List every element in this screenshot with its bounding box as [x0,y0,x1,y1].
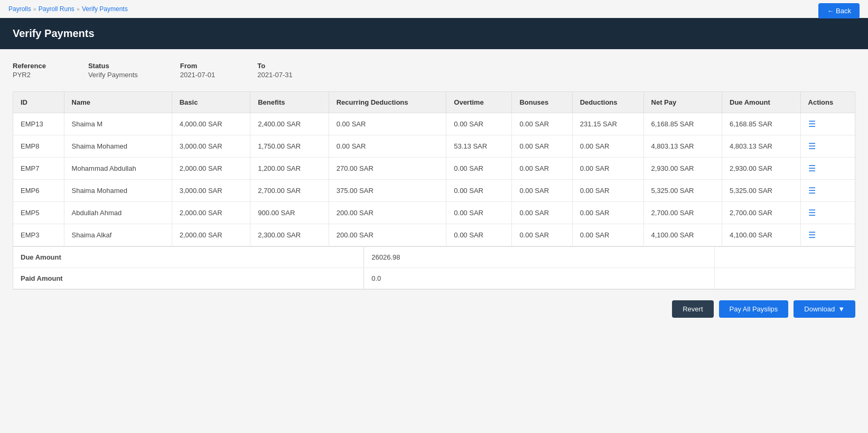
revert-button[interactable]: Revert [672,300,713,318]
page-header: Verify Payments [0,18,868,49]
table-row: EMP13Shaima M4,000.00 SAR2,400.00 SAR0.0… [13,113,855,135]
table-cell: Mohammad Abdullah [64,158,172,180]
col-deductions: Deductions [572,92,643,113]
breadcrumb: Payrolls » Payroll Runs » Verify Payment… [0,0,868,18]
table-cell: 0.00 SAR [572,135,643,158]
row-action-icon[interactable]: ☰ [808,164,816,173]
meta-reference: Reference PYR2 [13,62,46,79]
table-row: EMP5Abdullah Ahmad2,000.00 SAR900.00 SAR… [13,202,855,224]
col-id: ID [13,92,64,113]
row-action-cell: ☰ [800,224,855,246]
to-label: To [257,62,293,70]
table-cell: 375.00 SAR [329,180,446,202]
meta-to: To 2021-07-31 [257,62,293,79]
reference-label: Reference [13,62,46,70]
meta-status: Status Verify Payments [88,62,138,79]
table-cell: 231.15 SAR [572,113,643,135]
table-cell: 3,000.00 SAR [172,135,250,158]
table-cell: 0.00 SAR [512,135,572,158]
table-cell: 4,803.13 SAR [722,135,801,158]
footer-actions: Revert Pay All Payslips Download ▼ [13,300,855,318]
table-cell: 0.00 SAR [512,224,572,246]
breadcrumb-payrolls[interactable]: Payrolls [8,5,31,13]
table-cell: 2,700.00 SAR [250,180,329,202]
reference-value: PYR2 [13,71,31,79]
table-cell: 2,300.00 SAR [250,224,329,246]
pay-all-button[interactable]: Pay All Payslips [719,300,789,318]
table-cell: Shaima Mohamed [64,135,172,158]
col-benefits: Benefits [250,92,329,113]
table-cell: 0.00 SAR [572,202,643,224]
table-cell: 3,000.00 SAR [172,180,250,202]
payments-table: ID Name Basic Benefits Recurring Deducti… [13,92,855,246]
row-action-icon[interactable]: ☰ [808,142,816,151]
due-amount-row: Due Amount 26026.98 [13,247,855,268]
due-amount-label: Due Amount [13,247,364,268]
row-action-icon[interactable]: ☰ [808,208,816,217]
breadcrumb-payroll-runs[interactable]: Payroll Runs [39,5,74,13]
paid-amount-value: 0.0 [364,268,715,289]
table-cell: 200.00 SAR [329,202,446,224]
table-cell: 4,803.13 SAR [643,135,722,158]
back-button[interactable]: ← Back [818,3,860,19]
col-actions: Actions [800,92,855,113]
table-cell: 0.00 SAR [512,202,572,224]
col-overtime: Overtime [446,92,512,113]
table-cell: 2,700.00 SAR [722,202,801,224]
table-cell: 2,930.00 SAR [722,158,801,180]
download-label: Download [804,305,835,313]
table-cell: EMP6 [13,180,64,202]
table-cell: 2,000.00 SAR [172,224,250,246]
table-cell: 900.00 SAR [250,202,329,224]
table-cell: 200.00 SAR [329,224,446,246]
to-value: 2021-07-31 [257,71,293,79]
table-row: EMP6Shaima Mohamed3,000.00 SAR2,700.00 S… [13,180,855,202]
table-cell: 0.00 SAR [446,180,512,202]
table-header-row: ID Name Basic Benefits Recurring Deducti… [13,92,855,113]
from-label: From [180,62,216,70]
row-action-cell: ☰ [800,180,855,202]
table-cell: EMP3 [13,224,64,246]
table-cell: EMP5 [13,202,64,224]
table-cell: 2,400.00 SAR [250,113,329,135]
meta-from: From 2021-07-01 [180,62,216,79]
table-cell: EMP13 [13,113,64,135]
table-cell: 6,168.85 SAR [643,113,722,135]
paid-amount-actions [715,268,855,289]
paid-amount-row: Paid Amount 0.0 [13,268,855,289]
table-cell: 2,000.00 SAR [172,158,250,180]
col-basic: Basic [172,92,250,113]
page-title: Verify Payments [13,27,95,39]
breadcrumb-verify-payments: Verify Payments [82,5,128,13]
table-cell: 0.00 SAR [329,135,446,158]
table-cell: 0.00 SAR [512,180,572,202]
table-cell: 0.00 SAR [446,158,512,180]
col-recurring-deductions: Recurring Deductions [329,92,446,113]
row-action-icon[interactable]: ☰ [808,231,816,239]
table-row: EMP8Shaima Mohamed3,000.00 SAR1,750.00 S… [13,135,855,158]
col-due-amount: Due Amount [722,92,801,113]
row-action-cell: ☰ [800,113,855,135]
row-action-icon[interactable]: ☰ [808,186,816,195]
table-row: EMP3Shaima Alkaf2,000.00 SAR2,300.00 SAR… [13,224,855,246]
table-cell: 2,700.00 SAR [643,202,722,224]
table-cell: 0.00 SAR [512,113,572,135]
totals-section: Due Amount 26026.98 Paid Amount 0.0 [13,246,855,289]
status-label: Status [88,62,138,70]
table-cell: 4,100.00 SAR [722,224,801,246]
col-bonuses: Bonuses [512,92,572,113]
meta-section: Reference PYR2 Status Verify Payments Fr… [13,62,855,79]
row-action-icon[interactable]: ☰ [808,119,816,128]
table-cell: Shaima M [64,113,172,135]
download-button[interactable]: Download ▼ [794,300,855,318]
table-cell: 53.13 SAR [446,135,512,158]
table-cell: 2,930.00 SAR [643,158,722,180]
table-cell: 0.00 SAR [446,202,512,224]
breadcrumb-sep-2: » [77,6,80,12]
table-cell: Abdullah Ahmad [64,202,172,224]
table-cell: 5,325.00 SAR [722,180,801,202]
table-cell: 2,000.00 SAR [172,202,250,224]
table-cell: EMP8 [13,135,64,158]
payments-table-container: ID Name Basic Benefits Recurring Deducti… [13,91,855,290]
table-cell: 0.00 SAR [572,224,643,246]
